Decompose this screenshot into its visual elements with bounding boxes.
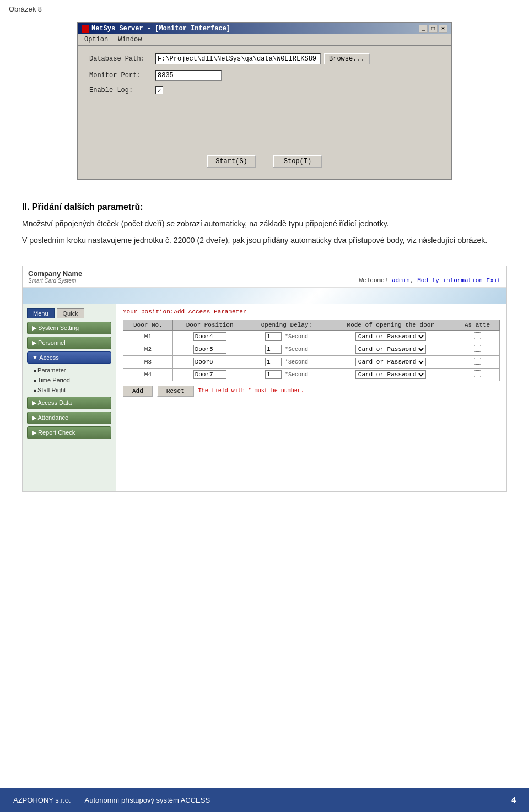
modify-link[interactable]: Modify information bbox=[417, 277, 483, 284]
cell-as-atte bbox=[455, 368, 500, 381]
enable-log-checkbox[interactable]: ✓ bbox=[155, 86, 163, 94]
mode-select[interactable]: Card or PasswordCard PasswordCard bbox=[355, 345, 426, 354]
win-titlebar: NetSys Server - [Monitor Interface] _ □ … bbox=[78, 23, 451, 34]
cell-delay: *Second bbox=[247, 355, 326, 368]
web-topbar: Company Name Smart Card System Welcome! … bbox=[23, 266, 506, 288]
monitor-port-label: Monitor Port: bbox=[89, 72, 155, 79]
as-atte-checkbox[interactable] bbox=[474, 345, 481, 352]
reset-button[interactable]: Reset bbox=[157, 386, 194, 397]
cell-mode: Card or PasswordCard PasswordCard bbox=[326, 368, 455, 381]
win-maximize-btn[interactable]: □ bbox=[429, 25, 438, 33]
cell-door-pos bbox=[172, 330, 247, 343]
page-footer: AZPOHONY s.r.o. Autonomní přístupový sys… bbox=[0, 788, 529, 812]
sidebar-link-parameter[interactable]: Parameter bbox=[31, 366, 107, 375]
sidebar-item-personnel[interactable]: ▶ Personnel bbox=[27, 337, 111, 349]
start-button[interactable]: Start(S) bbox=[207, 155, 256, 168]
section-title: II. Přidání dalších parametrů: bbox=[22, 202, 507, 212]
sidebar-item-access-data[interactable]: ▶ Access Data bbox=[27, 397, 111, 409]
sidebar-item-attendance[interactable]: ▶ Attendance bbox=[27, 412, 111, 424]
breadcrumb: Your position:Add Access Parameter bbox=[123, 308, 500, 315]
web-wave-decoration bbox=[23, 288, 506, 304]
door-position-input[interactable] bbox=[193, 332, 226, 341]
mode-select[interactable]: Card or PasswordCard PasswordCard bbox=[355, 332, 426, 341]
win-title: NetSys Server - [Monitor Interface] bbox=[91, 25, 230, 33]
cell-delay: *Second bbox=[247, 343, 326, 355]
footer-company: AZPOHONY s.r.o. bbox=[13, 796, 71, 804]
door-position-input[interactable] bbox=[193, 358, 226, 366]
win-minimize-btn[interactable]: _ bbox=[419, 25, 428, 33]
win-app-icon bbox=[82, 25, 89, 33]
sidebar-link-time-period[interactable]: Time Period bbox=[31, 376, 107, 385]
welcome-text: Welcome! bbox=[359, 277, 388, 284]
as-atte-checkbox[interactable] bbox=[474, 332, 481, 339]
menu-tab[interactable]: Menu bbox=[27, 308, 55, 318]
win-body: Database Path: Browse... Monitor Port: E… bbox=[78, 46, 451, 179]
win-menu-window[interactable]: Window bbox=[116, 35, 143, 44]
section-para1: Množství připojených čteček (počet dveří… bbox=[22, 218, 507, 230]
col-opening-delay: Opening Delay: bbox=[247, 320, 326, 330]
cell-mode: Card or PasswordCard PasswordCard bbox=[326, 355, 455, 368]
sidebar-item-system-setting[interactable]: ▶ System Setting bbox=[27, 322, 111, 334]
db-path-label: Database Path: bbox=[89, 55, 155, 63]
company-name: Company Name bbox=[28, 269, 82, 278]
table-row: M4 *SecondCard or PasswordCard PasswordC… bbox=[123, 368, 500, 381]
footer-page-number: 4 bbox=[511, 795, 516, 804]
win-dialog: NetSys Server - [Monitor Interface] _ □ … bbox=[77, 22, 452, 180]
as-atte-checkbox[interactable] bbox=[474, 358, 481, 365]
delay-input[interactable] bbox=[265, 358, 282, 366]
table-note: The field with * must be number. bbox=[198, 388, 304, 394]
table-row: M3 *SecondCard or PasswordCard PasswordC… bbox=[123, 355, 500, 368]
web-main: Your position:Add Access Parameter Door … bbox=[116, 304, 506, 491]
quick-tab[interactable]: Quick bbox=[57, 308, 84, 318]
admin-link[interactable]: admin bbox=[392, 277, 410, 284]
section-ii: II. Přidání dalších parametrů: Množství … bbox=[0, 191, 529, 257]
enable-log-label: Enable Log: bbox=[89, 86, 155, 94]
table-row: M2 *SecondCard or PasswordCard PasswordC… bbox=[123, 343, 500, 355]
win-menubar: Option Window bbox=[78, 34, 451, 46]
page-label: Obrázek 8 bbox=[9, 5, 42, 13]
sidebar-item-report-check[interactable]: ▶ Report Check bbox=[27, 426, 111, 439]
door-position-input[interactable] bbox=[193, 345, 226, 354]
access-param-table: Door No. Door Position Opening Delay: Mo… bbox=[123, 320, 500, 381]
col-as-atte: As atte bbox=[455, 320, 500, 330]
cell-as-atte bbox=[455, 330, 500, 343]
delay-input[interactable] bbox=[265, 345, 282, 354]
col-mode: Mode of opening the door bbox=[326, 320, 455, 330]
cell-door-no: M3 bbox=[123, 355, 173, 368]
cell-door-pos bbox=[172, 343, 247, 355]
cell-door-no: M1 bbox=[123, 330, 173, 343]
footer-divider bbox=[78, 792, 78, 808]
col-door-no: Door No. bbox=[123, 320, 173, 330]
cell-mode: Card or PasswordCard PasswordCard bbox=[326, 343, 455, 355]
delay-input[interactable] bbox=[265, 332, 282, 341]
cell-as-atte bbox=[455, 355, 500, 368]
cell-door-pos bbox=[172, 368, 247, 381]
web-ui: Company Name Smart Card System Welcome! … bbox=[22, 266, 507, 492]
exit-link[interactable]: Exit bbox=[487, 277, 501, 284]
section-para2: V posledním kroku nastavujeme jednotku č… bbox=[22, 234, 507, 246]
cell-door-no: M4 bbox=[123, 368, 173, 381]
browse-button[interactable]: Browse... bbox=[324, 53, 370, 64]
as-atte-checkbox[interactable] bbox=[474, 370, 481, 377]
footer-title: Autonomní přístupový systém ACCESS bbox=[85, 796, 210, 804]
cell-as-atte bbox=[455, 343, 500, 355]
door-position-input[interactable] bbox=[193, 370, 226, 379]
delay-input[interactable] bbox=[265, 370, 282, 379]
company-sub: Smart Card System bbox=[28, 278, 82, 284]
add-button[interactable]: Add bbox=[123, 386, 153, 397]
monitor-port-input[interactable] bbox=[155, 70, 222, 81]
mode-select[interactable]: Card or PasswordCard PasswordCard bbox=[355, 370, 426, 379]
mode-select[interactable]: Card or PasswordCard PasswordCard bbox=[355, 358, 426, 366]
win-menu-option[interactable]: Option bbox=[83, 35, 110, 44]
cell-door-pos bbox=[172, 355, 247, 368]
sidebar-item-access[interactable]: ▼ Access bbox=[27, 351, 111, 364]
win-close-btn[interactable]: × bbox=[439, 25, 447, 33]
web-welcome: Welcome! admin, Modify information Exit bbox=[359, 277, 501, 284]
db-path-input[interactable] bbox=[155, 53, 321, 64]
stop-button[interactable]: Stop(T) bbox=[273, 155, 322, 168]
cell-mode: Card or PasswordCard PasswordCard bbox=[326, 330, 455, 343]
col-door-position: Door Position bbox=[172, 320, 247, 330]
sidebar-link-staff-right[interactable]: Staff Right bbox=[31, 386, 107, 394]
table-row: M1 *SecondCard or PasswordCard PasswordC… bbox=[123, 330, 500, 343]
cell-delay: *Second bbox=[247, 368, 326, 381]
